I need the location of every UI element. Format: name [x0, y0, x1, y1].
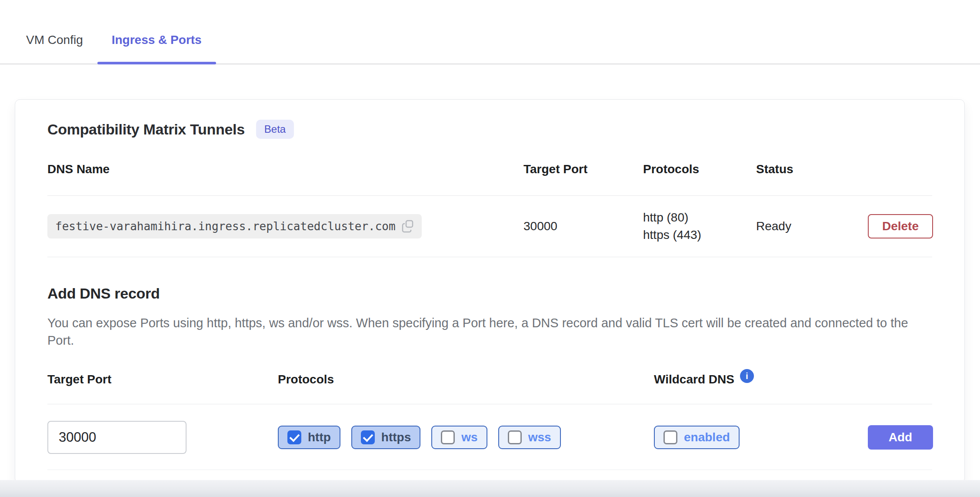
copy-icon[interactable]: [402, 220, 415, 233]
column-header-target-port: Target Port: [523, 162, 643, 176]
checkbox-wildcard-enabled[interactable]: enabled: [654, 426, 740, 449]
label-protocols: Protocols: [278, 373, 654, 386]
beta-badge: Beta: [256, 120, 294, 139]
checkbox-wss[interactable]: wss: [498, 426, 561, 449]
add-dns-form-row: http https ws wss enabled Add: [47, 404, 932, 470]
add-button[interactable]: Add: [868, 425, 933, 450]
row-target-port: 30000: [523, 219, 643, 233]
label-target-port: Target Port: [47, 373, 278, 386]
add-dns-record-description: You can expose Ports using http, https, …: [47, 314, 932, 349]
add-dns-form-labels: Target Port Protocols Wildcard DNS i: [47, 373, 932, 404]
page-title: Compatibility Matrix Tunnels: [47, 121, 245, 138]
table-row: festive-varahamihira.ingress.replicatedc…: [47, 196, 932, 257]
tab-bar: VM Config Ingress & Ports: [0, 0, 980, 64]
delete-button[interactable]: Delete: [868, 214, 933, 238]
checkbox-http[interactable]: http: [278, 426, 340, 449]
row-protocol-https: https (443): [643, 226, 756, 244]
checkbox-ws[interactable]: ws: [431, 426, 487, 449]
dns-name-pill: festive-varahamihira.ingress.replicatedc…: [47, 214, 422, 238]
column-header-status: Status: [756, 162, 868, 176]
protocol-checkbox-group: http https ws wss: [278, 426, 654, 449]
checkbox-wss-label: wss: [528, 430, 551, 444]
checkbox-wildcard-enabled-box[interactable]: [663, 430, 677, 444]
page-bottom-strip: [0, 480, 980, 497]
wildcard-dns-label-text: Wildcard DNS: [654, 373, 734, 386]
checkbox-wildcard-enabled-label: enabled: [684, 430, 730, 444]
checkbox-https-label: https: [381, 430, 411, 444]
checkbox-wss-box[interactable]: [508, 430, 522, 444]
dns-name-value: festive-varahamihira.ingress.replicatedc…: [55, 220, 396, 233]
row-protocols: http (80) https (443): [643, 209, 756, 244]
row-protocol-http: http (80): [643, 209, 756, 226]
add-dns-record-heading: Add DNS record: [47, 285, 932, 302]
info-icon[interactable]: i: [740, 369, 754, 383]
checkbox-https[interactable]: https: [351, 426, 420, 449]
label-wildcard-dns: Wildcard DNS i: [654, 373, 868, 386]
checkbox-http-box[interactable]: [287, 430, 301, 444]
tab-ingress-ports[interactable]: Ingress & Ports: [97, 0, 216, 64]
column-header-protocols: Protocols: [643, 162, 756, 176]
column-header-dns-name: DNS Name: [47, 162, 523, 176]
tab-vm-config[interactable]: VM Config: [12, 0, 97, 64]
checkbox-ws-box[interactable]: [441, 430, 455, 444]
target-port-input[interactable]: [47, 421, 187, 454]
tunnel-table-header: DNS Name Target Port Protocols Status: [47, 162, 932, 196]
compatibility-matrix-tunnels-card: Compatibility Matrix Tunnels Beta DNS Na…: [15, 99, 965, 484]
checkbox-ws-label: ws: [461, 430, 477, 444]
card-title-row: Compatibility Matrix Tunnels Beta: [47, 120, 932, 139]
checkbox-https-box[interactable]: [361, 430, 375, 444]
checkbox-http-label: http: [308, 430, 331, 444]
row-status: Ready: [756, 219, 868, 233]
